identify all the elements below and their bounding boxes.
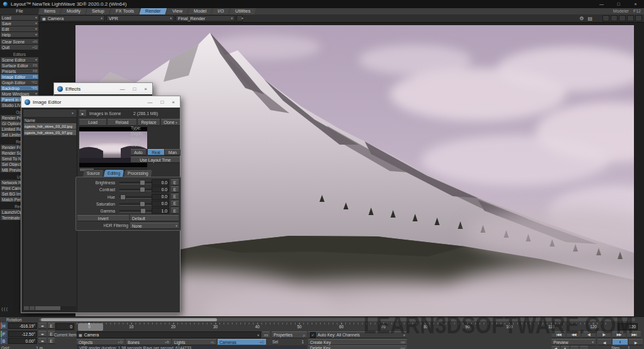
slider-handle[interactable] <box>140 208 146 214</box>
default-button[interactable]: Default <box>130 215 179 221</box>
hdr-filtering-dropdown[interactable]: None ▾ <box>130 223 179 229</box>
select-lights-button[interactable]: Lights+L <box>172 339 216 345</box>
sidebar-item-quit[interactable]: Quit+Q <box>1 45 38 50</box>
envelope-button[interactable]: E <box>171 208 179 214</box>
sidebar-item-load[interactable]: Load▾ <box>1 15 38 20</box>
minimize-icon[interactable]: — <box>147 99 152 105</box>
viewport-button-3[interactable] <box>619 15 626 21</box>
maximize-icon[interactable]: □ <box>160 99 164 105</box>
sidebar-item-help[interactable]: Help▾ <box>1 32 38 37</box>
slider-handle[interactable] <box>140 187 145 192</box>
use-layout-time-button[interactable]: Use Layout Time <box>131 157 180 163</box>
slider-handle[interactable] <box>120 194 126 200</box>
viewport-button-1[interactable] <box>602 15 609 21</box>
sidebar-item-surface-editor[interactable]: Surface EditorF5 <box>1 63 38 68</box>
gear-icon[interactable]: ⚙ <box>579 16 584 21</box>
minimize-icon[interactable]: — <box>593 0 610 8</box>
effects-titlebar[interactable]: Effects — □ × <box>54 83 152 94</box>
sidebar-item-backdrop[interactable]: Backdrop^F5 <box>1 86 38 91</box>
menu-tab-i-o[interactable]: I/O <box>212 8 230 14</box>
pause-button[interactable]: ‖ <box>613 339 628 345</box>
menu-tab-setup[interactable]: Setup <box>86 8 111 14</box>
modeler-button[interactable]: Modeler <box>613 9 629 13</box>
frame-mode-auto[interactable]: Auto <box>131 149 146 155</box>
render-preset-dropdown[interactable]: Final_Render▾ <box>175 15 235 21</box>
menu-tab-modify[interactable]: Modify <box>61 8 87 14</box>
transport-go-last-button[interactable]: ▶▶| <box>627 331 641 338</box>
slider-value-field[interactable]: 1.0 <box>152 208 169 214</box>
menu-tab-fx-tools[interactable]: FX Tools <box>109 8 140 14</box>
image-list-scrollbar[interactable] <box>24 306 76 310</box>
chevron-down-icon[interactable]: ▾ <box>69 111 77 115</box>
image-list-item[interactable]: cgaxis_hdr_skies_03_02.jpg <box>24 123 76 129</box>
sidebar-file-tab[interactable]: File <box>0 8 39 14</box>
image-list-sort-bar[interactable]: ▾ <box>23 109 77 118</box>
sidebar-item-presets[interactable]: PresetsF8 <box>1 69 38 74</box>
slider-handle[interactable] <box>140 180 145 186</box>
close-icon[interactable]: × <box>172 99 175 105</box>
channel-spinner[interactable]: ◂▸ <box>38 323 47 329</box>
preview-dropdown[interactable]: Preview ▾ <box>552 339 596 345</box>
menu-tab-view[interactable]: View <box>166 8 188 14</box>
minimize-icon[interactable]: — <box>119 86 125 92</box>
current-item-dropdown[interactable]: ▦ Camera ▾ <box>77 331 261 338</box>
viewport-button-4[interactable] <box>627 15 634 21</box>
close-icon[interactable]: × <box>144 86 147 92</box>
clone-button[interactable]: Clone▾ <box>161 119 180 126</box>
frame-mode-man[interactable]: Man <box>165 149 180 155</box>
renderer-dropdown[interactable]: VPR▾ <box>106 15 174 21</box>
envelope-button[interactable]: E <box>171 179 179 186</box>
properties-button[interactable]: Propertiesp <box>272 331 307 338</box>
menu-tab-render[interactable]: Render <box>140 8 167 14</box>
auto-key-checkbox[interactable]: ✓ <box>310 332 316 338</box>
maximize-icon[interactable]: □ <box>133 86 136 92</box>
view-camera-dropdown[interactable]: ▦ Camera▾ <box>40 15 105 21</box>
envelope-button[interactable]: E <box>171 194 179 200</box>
transport-next-key-button[interactable]: ▶▶ <box>612 331 626 338</box>
channel-spinner[interactable]: ◂▸ <box>38 338 47 344</box>
last-frame-field[interactable]: 120 <box>618 323 638 330</box>
transport-go-first-button[interactable]: |◀◀ <box>552 331 565 338</box>
image-editor-titlebar[interactable]: Image Editor — □ × <box>21 96 180 108</box>
maximize-icon[interactable]: □ <box>610 0 627 8</box>
envelope-button[interactable]: E <box>171 186 179 192</box>
close-icon[interactable]: × <box>627 0 644 8</box>
transport-prev-frame-button[interactable]: ◀| <box>582 331 596 338</box>
preset-mini-dropdown[interactable]: ▾ <box>236 15 243 21</box>
channel-p-button[interactable]: P <box>1 331 7 337</box>
panel-grip-icon[interactable]: ⟨⟨⟨ <box>1 307 8 312</box>
sidebar-item-save[interactable]: Save▾ <box>1 21 38 26</box>
sidebar-item-scene-editor[interactable]: Scene Editor▾ <box>1 57 38 62</box>
slider-value-field[interactable]: 0.0 <box>152 201 169 207</box>
envelope-button[interactable]: E <box>48 323 55 329</box>
menu-tab-utilities[interactable]: Utilities <box>230 8 257 14</box>
play-forward-button[interactable]: ▶ <box>629 339 643 345</box>
mini-prev-button[interactable]: ◀ <box>552 346 560 349</box>
viewport-button-5[interactable] <box>635 15 642 21</box>
slider-handle[interactable] <box>140 201 145 207</box>
play-reverse-button[interactable]: ◀ <box>597 339 611 345</box>
expand-list-button[interactable]: ▸ <box>79 110 86 117</box>
mini-a-button[interactable] <box>570 346 579 349</box>
timeline-ruler[interactable]: ▲ 0102030405060708090100110120 <box>75 323 608 331</box>
replace-button[interactable]: Replace <box>138 119 160 126</box>
select-bones-button[interactable]: Bones+B <box>126 339 171 345</box>
sidebar-item-image-editor[interactable]: Image EditorF6 <box>1 74 38 79</box>
delete-key-button[interactable]: Delete Keydel <box>308 345 407 349</box>
menu-tab-model[interactable]: Model <box>187 8 213 14</box>
channel-spinner[interactable]: ◂▸ <box>38 331 47 337</box>
load-button[interactable]: Load <box>79 119 106 126</box>
transport-prev-key-button[interactable]: ◀◀ <box>567 331 580 338</box>
slider-value-field[interactable]: 0.0 <box>152 186 169 192</box>
collapse-item-button[interactable]: ▭ <box>262 331 270 338</box>
envelope-button[interactable]: E <box>171 201 179 207</box>
display-options-icon[interactable]: ▤ <box>587 16 592 21</box>
image-list-item[interactable]: cgaxis_hdr_skies_03_97.jpg <box>24 130 76 135</box>
slider-value-field[interactable]: 0.0 <box>152 194 169 200</box>
frame-mode-real[interactable]: Real <box>148 149 164 155</box>
channel-b-button[interactable]: B <box>1 338 7 344</box>
channel-b-value[interactable]: 0.00° <box>8 338 37 344</box>
menu-tab-items[interactable]: Items <box>38 8 61 14</box>
tab-processing[interactable]: Processing <box>124 170 152 177</box>
tab-source[interactable]: Source <box>83 170 104 177</box>
